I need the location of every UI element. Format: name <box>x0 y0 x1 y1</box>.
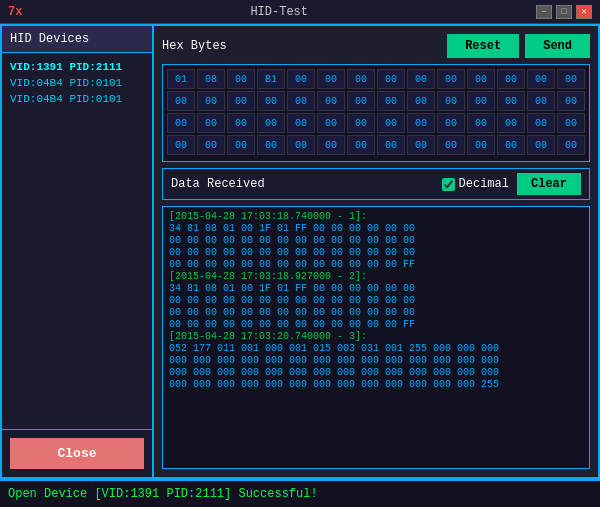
hex-cell[interactable]: 00 <box>287 113 315 133</box>
hex-cell[interactable]: 00 <box>227 113 255 133</box>
hex-cell[interactable]: 00 <box>467 113 495 133</box>
data-received-bar: Data Received Decimal Clear <box>162 168 590 200</box>
hex-cell[interactable]: 00 <box>497 69 525 89</box>
decimal-checkbox[interactable] <box>442 178 455 191</box>
hex-cell[interactable]: 00 <box>257 113 285 133</box>
hex-grid: 010800B100000000000000000000000000000000… <box>162 64 590 162</box>
hex-cell[interactable]: 00 <box>317 69 345 89</box>
hex-cell[interactable]: 00 <box>377 69 405 89</box>
hex-cell[interactable]: 00 <box>287 91 315 111</box>
hex-cell[interactable]: 00 <box>407 135 435 155</box>
hex-cell[interactable]: 00 <box>227 135 255 155</box>
hex-cell[interactable]: 00 <box>257 135 285 155</box>
hex-cell[interactable]: 00 <box>467 69 495 89</box>
left-panel: HID Devices VID:1391 PID:2111VID:04B4 PI… <box>2 26 154 477</box>
app-icon: 7x <box>8 5 22 19</box>
hex-cell[interactable]: 00 <box>197 135 225 155</box>
data-log[interactable]: [2015-04-28 17:03:18.740000 - 1]:34 81 0… <box>162 206 590 469</box>
hex-cell[interactable]: 00 <box>467 135 495 155</box>
hex-row: 0000000000000000000000000000 <box>167 91 585 111</box>
hex-row: 0000000000000000000000000000 <box>167 113 585 133</box>
send-button[interactable]: Send <box>525 34 590 58</box>
log-timestamp: [2015-04-28 17:03:18.740000 - 1]: <box>169 211 583 222</box>
hex-cell[interactable]: B1 <box>257 69 285 89</box>
log-hex-line: 34 81 08 01 00 1F 01 FF 00 00 00 00 00 0… <box>169 223 583 234</box>
hid-device-list: VID:1391 PID:2111VID:04B4 PID:0101VID:04… <box>2 53 152 429</box>
status-bar: Open Device [VID:1391 PID:2111] Successf… <box>0 479 600 507</box>
reset-button[interactable]: Reset <box>447 34 519 58</box>
hex-cell[interactable]: 00 <box>527 135 555 155</box>
hex-cell[interactable]: 00 <box>437 135 465 155</box>
hex-cell[interactable]: 00 <box>317 91 345 111</box>
hex-cell[interactable]: 00 <box>557 69 585 89</box>
hid-device-item[interactable]: VID:04B4 PID:0101 <box>10 91 144 107</box>
log-hex-line: 000 000 000 000 000 000 000 000 000 000 … <box>169 355 583 366</box>
hex-cell[interactable]: 00 <box>167 91 195 111</box>
hid-devices-header: HID Devices <box>2 26 152 53</box>
hex-cell[interactable]: 00 <box>437 69 465 89</box>
hex-cell[interactable]: 00 <box>527 113 555 133</box>
hex-cell[interactable]: 01 <box>167 69 195 89</box>
hex-bytes-label: Hex Bytes <box>162 39 227 53</box>
hex-cell[interactable]: 00 <box>317 135 345 155</box>
hex-cell[interactable]: 00 <box>527 91 555 111</box>
hex-cell[interactable]: 00 <box>557 113 585 133</box>
hex-cell[interactable]: 00 <box>557 91 585 111</box>
hex-cell[interactable]: 00 <box>377 113 405 133</box>
hex-bytes-header: Hex Bytes Reset Send <box>162 34 590 58</box>
hex-cell[interactable]: 00 <box>557 135 585 155</box>
hex-cell[interactable]: 00 <box>497 113 525 133</box>
log-hex-line: 00 00 00 00 00 00 00 00 00 00 00 00 00 F… <box>169 319 583 330</box>
hex-cell[interactable]: 00 <box>317 113 345 133</box>
close-button-container: Close <box>2 429 152 477</box>
hex-cell[interactable]: 00 <box>407 113 435 133</box>
status-text: Open Device [VID:1391 PID:2111] Successf… <box>8 487 318 501</box>
hex-cell[interactable]: 08 <box>197 69 225 89</box>
close-button[interactable]: Close <box>10 438 144 469</box>
hex-cell[interactable]: 00 <box>197 113 225 133</box>
hex-cell[interactable]: 00 <box>497 135 525 155</box>
minimize-button[interactable]: – <box>536 5 552 19</box>
hid-device-item[interactable]: VID:04B4 PID:0101 <box>10 75 144 91</box>
hex-cell[interactable]: 00 <box>287 135 315 155</box>
hex-row: 010800B100000000000000000000 <box>167 69 585 89</box>
hex-row: 0000000000000000000000000000 <box>167 135 585 155</box>
hex-cell[interactable]: 00 <box>347 135 375 155</box>
hex-cell[interactable]: 00 <box>287 69 315 89</box>
decimal-label: Decimal <box>459 177 509 191</box>
hex-cell[interactable]: 00 <box>257 91 285 111</box>
right-panel: Hex Bytes Reset Send 010800B100000000000… <box>154 26 598 477</box>
hid-device-item[interactable]: VID:1391 PID:2111 <box>10 59 144 75</box>
log-timestamp: [2015-04-28 17:03:20.740000 - 3]: <box>169 331 583 342</box>
hex-cell[interactable]: 00 <box>347 113 375 133</box>
hex-cell[interactable]: 00 <box>437 113 465 133</box>
hex-cell[interactable]: 00 <box>347 69 375 89</box>
hex-cell[interactable]: 00 <box>167 113 195 133</box>
hex-cell[interactable]: 00 <box>407 69 435 89</box>
log-timestamp: [2015-04-28 17:03:18.927000 - 2]: <box>169 271 583 282</box>
hex-cell[interactable]: 00 <box>167 135 195 155</box>
window-controls: – □ ✕ <box>536 5 592 19</box>
hex-cell[interactable]: 00 <box>197 91 225 111</box>
hex-cell[interactable]: 00 <box>377 135 405 155</box>
hex-cell[interactable]: 00 <box>227 91 255 111</box>
hex-cell[interactable]: 00 <box>467 91 495 111</box>
hex-cell[interactable]: 00 <box>377 91 405 111</box>
hex-cell[interactable]: 00 <box>407 91 435 111</box>
log-hex-line: 00 00 00 00 00 00 00 00 00 00 00 00 00 F… <box>169 259 583 270</box>
window-close-button[interactable]: ✕ <box>576 5 592 19</box>
log-hex-line: 000 000 000 000 000 000 000 000 000 000 … <box>169 379 583 390</box>
clear-button[interactable]: Clear <box>517 173 581 195</box>
hex-cell[interactable]: 00 <box>347 91 375 111</box>
main-container: HID Devices VID:1391 PID:2111VID:04B4 PI… <box>0 24 600 479</box>
maximize-button[interactable]: □ <box>556 5 572 19</box>
hex-cell[interactable]: 00 <box>497 91 525 111</box>
log-hex-line: 34 81 08 01 00 1F 01 FF 00 00 00 00 00 0… <box>169 283 583 294</box>
decimal-checkbox-area: Decimal <box>442 177 509 191</box>
hex-cell[interactable]: 00 <box>227 69 255 89</box>
titlebar: 7x HID-Test – □ ✕ <box>0 0 600 24</box>
hex-cell[interactable]: 00 <box>527 69 555 89</box>
log-hex-line: 000 000 000 000 000 000 000 000 000 000 … <box>169 367 583 378</box>
data-received-label: Data Received <box>171 177 434 191</box>
hex-cell[interactable]: 00 <box>437 91 465 111</box>
